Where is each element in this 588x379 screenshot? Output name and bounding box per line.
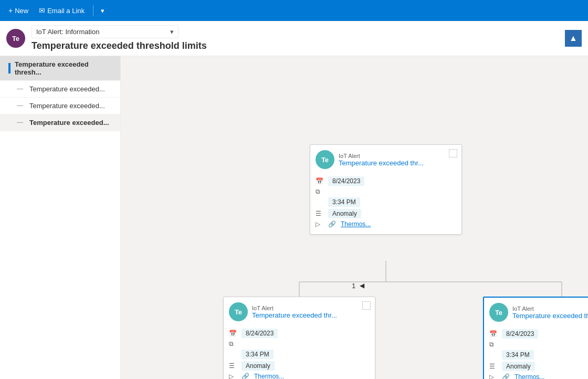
right-node-link-field: ▷ 🔗 Thermos...	[489, 373, 588, 379]
right-node-header: Te IoT Alert Temperature exceeded thr...	[484, 298, 588, 325]
root-node-header: Te IoT Alert Temperature exceeded thr...	[310, 145, 461, 172]
left-node-type: IoT Alert	[252, 305, 370, 311]
right-node-header-text: IoT Alert Temperature exceeded thr...	[512, 306, 588, 320]
root-node-avatar: Te	[316, 150, 334, 169]
left-child-node: Te IoT Alert Temperature exceeded thr...…	[223, 297, 375, 379]
sidebar-item-label-2: Temperature exceeded...	[29, 102, 105, 110]
sidebar-item-0[interactable]: Temperature exceeded thresh...	[0, 56, 120, 81]
root-node-body: 📅 8/24/2023 ⧉ 3:34 PM ☰ Anomaly	[310, 172, 461, 234]
list-icon: ☰	[316, 210, 324, 217]
collapse-icon: ▲	[569, 34, 578, 43]
sidebar-dash-1	[17, 89, 23, 89]
left-node-body: 📅 8/24/2023 ⧉ 3:34 PM ☰ Anomaly	[224, 324, 375, 379]
left-node-time: 3:34 PM	[242, 350, 274, 359]
page-title: Temperature exceeded threshold limits	[32, 40, 559, 51]
chevron-down-icon: ▾	[170, 28, 174, 36]
arrow-icon-l: ▷	[229, 373, 237, 379]
header-dropdown[interactable]: IoT Alert: Information ▾	[32, 25, 178, 38]
header-content: IoT Alert: Information ▾ Temperature exc…	[32, 25, 559, 51]
list-icon-r: ☰	[489, 363, 498, 370]
sidebar-dash-3	[17, 122, 23, 123]
right-node-link[interactable]: Thermos...	[514, 373, 544, 379]
left-node-date-field: 📅 8/24/2023	[229, 329, 370, 338]
root-node-date-field: 📅 8/24/2023	[316, 176, 456, 186]
sidebar-item-3[interactable]: Temperature exceeded...	[0, 114, 120, 131]
left-node-header-text: IoT Alert Temperature exceeded thr...	[252, 305, 370, 319]
plus-icon: +	[8, 6, 13, 15]
left-node-category-field: ☰ Anomaly	[229, 361, 370, 371]
link-icon: 🔗	[328, 220, 337, 228]
left-node-date: 8/24/2023	[242, 329, 278, 338]
right-node-category-field: ☰ Anomaly	[489, 362, 588, 371]
left-node-header: Te IoT Alert Temperature exceeded thr...	[224, 297, 375, 324]
left-node-link[interactable]: Thermos...	[254, 373, 284, 379]
new-button[interactable]: + New	[4, 4, 33, 17]
canvas-area: Te IoT Alert Temperature exceeded thr...…	[121, 56, 588, 379]
root-node-title[interactable]: Temperature exceeded thr...	[339, 159, 456, 167]
root-node-copy-field: ⧉	[316, 188, 456, 195]
right-child-node: Te IoT Alert Temperature exceeded thr...…	[483, 297, 588, 379]
tree-container: Te IoT Alert Temperature exceeded thr...…	[121, 56, 588, 379]
right-node-category: Anomaly	[502, 362, 535, 371]
right-node-copy-field: ⧉	[489, 341, 588, 348]
left-node-time-field: 3:34 PM	[229, 350, 370, 359]
sidebar-item-label-0: Temperature exceeded thresh...	[15, 60, 114, 76]
dropdown-label: IoT Alert: Information	[36, 28, 99, 36]
sidebar-dash-2	[17, 106, 23, 106]
new-label: New	[15, 7, 28, 15]
sidebar-item-label-1: Temperature exceeded...	[29, 85, 105, 93]
collapse-button[interactable]: ▲	[565, 30, 582, 47]
active-indicator	[8, 63, 10, 73]
root-node: Te IoT Alert Temperature exceeded thr...…	[310, 144, 462, 235]
calendar-icon-r: 📅	[489, 330, 498, 338]
root-node-link-field: ▷ 🔗 Thermos...	[316, 220, 456, 228]
left-node-checkbox[interactable]	[362, 301, 371, 310]
right-node-time: 3:34 PM	[502, 350, 534, 360]
right-node-body: 📅 8/24/2023 ⧉ 3:34 PM ☰ Anomaly	[484, 325, 588, 379]
right-node-type: IoT Alert	[512, 306, 588, 312]
sidebar-item-1[interactable]: Temperature exceeded...	[0, 81, 120, 98]
page-number: 1	[352, 282, 355, 290]
root-node-category: Anomaly	[328, 209, 361, 218]
sidebar-item-2[interactable]: Temperature exceeded...	[0, 98, 120, 114]
copy-icon-r: ⧉	[489, 341, 498, 348]
header-area: Te IoT Alert: Information ▾ Temperature …	[0, 21, 588, 56]
copy-icon: ⧉	[316, 188, 324, 195]
link-icon-l: 🔗	[242, 373, 250, 379]
root-node-time: 3:34 PM	[328, 197, 360, 207]
copy-icon-l: ⧉	[229, 340, 237, 348]
left-node-link-field: ▷ 🔗 Thermos...	[229, 373, 370, 379]
email-label: Email a Link	[47, 7, 85, 15]
left-node-category: Anomaly	[242, 361, 275, 371]
sidebar: Temperature exceeded thresh... Temperatu…	[0, 56, 121, 379]
toolbar: + New ✉ Email a Link ▾	[0, 0, 588, 21]
left-node-avatar: Te	[229, 302, 248, 321]
calendar-icon: 📅	[316, 177, 324, 185]
sidebar-item-label-3: Temperature exceeded...	[29, 119, 109, 127]
right-node-title[interactable]: Temperature exceeded thr...	[512, 312, 588, 320]
root-node-category-field: ☰ Anomaly	[316, 209, 456, 218]
left-node-copy-field: ⧉	[229, 340, 370, 348]
toolbar-divider	[93, 5, 93, 16]
arrow-icon-r: ▷	[489, 373, 498, 379]
root-node-type: IoT Alert	[339, 153, 456, 159]
avatar: Te	[6, 29, 25, 48]
right-node-date-field: 📅 8/24/2023	[489, 329, 588, 339]
email-icon: ✉	[39, 6, 45, 15]
root-node-time-field: 3:34 PM	[316, 197, 456, 207]
calendar-icon-l: 📅	[229, 330, 237, 337]
arrow-icon: ▷	[316, 220, 324, 228]
pagination: 1 ◀	[352, 281, 366, 290]
link-icon-r: 🔗	[502, 373, 510, 379]
root-node-header-text: IoT Alert Temperature exceeded thr...	[339, 153, 456, 167]
left-node-title[interactable]: Temperature exceeded thr...	[252, 311, 370, 319]
email-link-button[interactable]: ✉ Email a Link	[35, 4, 89, 17]
right-node-avatar: Te	[489, 303, 508, 322]
list-icon-l: ☰	[229, 362, 237, 370]
root-node-checkbox[interactable]	[449, 149, 457, 157]
right-node-time-field: 3:34 PM	[489, 350, 588, 360]
toolbar-dropdown-arrow[interactable]: ▾	[98, 5, 108, 17]
page-back-button[interactable]: ◀	[358, 281, 366, 290]
root-node-date: 8/24/2023	[328, 176, 364, 186]
root-node-link[interactable]: Thermos...	[341, 220, 371, 228]
